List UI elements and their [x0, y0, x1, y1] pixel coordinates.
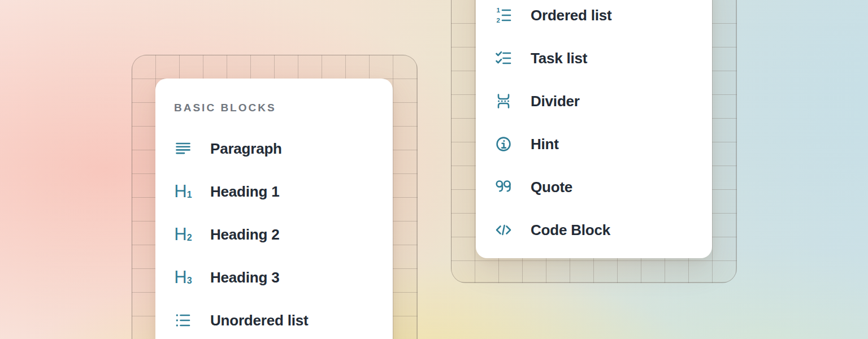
menu-item-label: Hint: [531, 136, 559, 153]
task-list-icon: [494, 49, 513, 67]
hint-icon: [494, 135, 513, 153]
menu-item-hint[interactable]: Hint: [476, 123, 712, 166]
menu-item-label: Quote: [531, 179, 572, 196]
menu-item-quote[interactable]: Quote: [476, 166, 712, 208]
menu-item-task-list[interactable]: Task list: [476, 37, 712, 80]
divider-icon: [494, 92, 513, 110]
heading-1-icon: H1: [174, 182, 192, 201]
menu-item-heading-2[interactable]: H2Heading 2: [155, 213, 393, 256]
menu-item-paragraph[interactable]: Paragraph: [155, 127, 393, 170]
menu-item-code-block[interactable]: Code Block: [476, 208, 712, 251]
insert-blocks-menu: 1 2 Ordered list Task list Divider Hint …: [476, 0, 712, 258]
menu-item-divider[interactable]: Divider: [476, 80, 712, 123]
heading-2-icon: H2: [174, 225, 192, 244]
heading-3-icon: H3: [174, 268, 192, 286]
ordered-list-icon: 1 2: [494, 6, 513, 24]
paragraph-icon: [174, 140, 192, 158]
menu-item-unordered-list[interactable]: Unordered list: [155, 299, 393, 339]
menu-item-ordered-list[interactable]: 1 2 Ordered list: [476, 0, 712, 37]
svg-text:2: 2: [497, 17, 500, 24]
code-block-icon: [494, 221, 513, 239]
menu-item-label: Paragraph: [210, 140, 282, 158]
basic-blocks-menu: BASIC BLOCKS ParagraphH1Heading 1H2Headi…: [155, 79, 393, 339]
menu-item-label: Heading 1: [210, 183, 279, 201]
background: BASIC BLOCKS ParagraphH1Heading 1H2Headi…: [0, 0, 868, 339]
menu-item-label: Heading 3: [210, 269, 279, 286]
menu-item-label: Task list: [531, 50, 587, 67]
unordered-list-icon: [174, 311, 192, 329]
menu-item-label: Ordered list: [531, 7, 612, 24]
section-label: BASIC BLOCKS: [174, 102, 393, 114]
quote-icon: [494, 178, 513, 196]
basic-blocks-items: ParagraphH1Heading 1H2Heading 2H3Heading…: [155, 127, 393, 339]
insert-blocks-items: 1 2 Ordered list Task list Divider Hint …: [476, 0, 712, 251]
menu-item-label: Code Block: [531, 221, 610, 239]
menu-item-label: Divider: [531, 93, 580, 110]
svg-text:1: 1: [497, 7, 501, 14]
menu-item-label: Heading 2: [210, 226, 279, 244]
menu-item-heading-3[interactable]: H3Heading 3: [155, 256, 393, 299]
menu-item-heading-1[interactable]: H1Heading 1: [155, 170, 393, 213]
menu-item-label: Unordered list: [210, 312, 308, 329]
